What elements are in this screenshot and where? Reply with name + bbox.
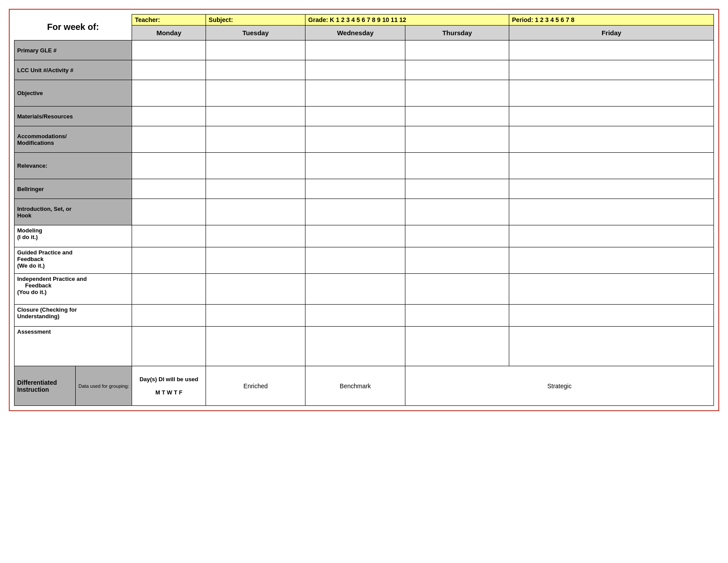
table-row: Guided Practice andFeedback(We do it.) (15, 247, 714, 274)
table-row: Closure (Checking forUnderstanding) (15, 305, 714, 327)
period-label: Period: 1 2 3 4 5 6 7 8 (509, 15, 714, 26)
row-label-relevance: Relevance: (15, 153, 132, 179)
table-row: LCC Unit #/Activity # (15, 60, 714, 80)
table-row: Modeling(I do it.) (15, 225, 714, 247)
thursday-header: Thursday (405, 26, 509, 40)
for-week-label: For week of: (15, 15, 132, 40)
grade-label: Grade: K 1 2 3 4 5 6 7 8 9 10 11 12 (305, 15, 509, 26)
row-label-assessment: Assessment (15, 327, 132, 366)
table-row: Introduction, Set, orHook (15, 199, 714, 225)
di-benchmark-cell: Benchmark (305, 366, 405, 406)
monday-header: Monday (132, 26, 206, 40)
row-label-closure: Closure (Checking forUnderstanding) (15, 305, 132, 327)
table-row: Relevance: (15, 153, 714, 179)
row-label-introduction: Introduction, Set, orHook (15, 199, 132, 225)
table-row: Primary GLE # (15, 40, 714, 60)
row-label-lcc: LCC Unit #/Activity # (15, 60, 132, 80)
di-days-cell: Day(s) DI will be used M T W T F (132, 366, 206, 406)
page-container: For week of: Teacher: Subject: Grade: K … (9, 9, 719, 411)
table-row: Assessment (15, 327, 714, 366)
row-label-modeling: Modeling(I do it.) (15, 225, 132, 247)
di-enriched-cell: Enriched (206, 366, 305, 406)
di-strategic-cell: Strategic (405, 366, 714, 406)
table-row: Independent Practice and Feedback(You do… (15, 274, 714, 305)
row-label-primary-gle: Primary GLE # (15, 40, 132, 60)
di-label: DifferentiatedInstruction (15, 366, 76, 406)
subject-label: Subject: (206, 15, 305, 26)
differentiated-instruction-row: DifferentiatedInstruction Data used for … (15, 366, 714, 406)
row-label-guided-practice: Guided Practice andFeedback(We do it.) (15, 247, 132, 274)
teacher-label: Teacher: (132, 15, 206, 26)
row-label-accommodations: Accommodations/Modifications (15, 126, 132, 153)
wednesday-header: Wednesday (305, 26, 405, 40)
data-grouping-label: Data used for grouping: (76, 366, 132, 406)
friday-header: Friday (509, 26, 714, 40)
row-label-independent-practice: Independent Practice and Feedback(You do… (15, 274, 132, 305)
table-row: Objective (15, 80, 714, 107)
table-row: Bellringer (15, 179, 714, 199)
row-label-materials: Materials/Resources (15, 107, 132, 126)
table-row: Accommodations/Modifications (15, 126, 714, 153)
tuesday-header: Tuesday (206, 26, 305, 40)
row-label-objective: Objective (15, 80, 132, 107)
row-label-bellringer: Bellringer (15, 179, 132, 199)
table-row: Materials/Resources (15, 107, 714, 126)
